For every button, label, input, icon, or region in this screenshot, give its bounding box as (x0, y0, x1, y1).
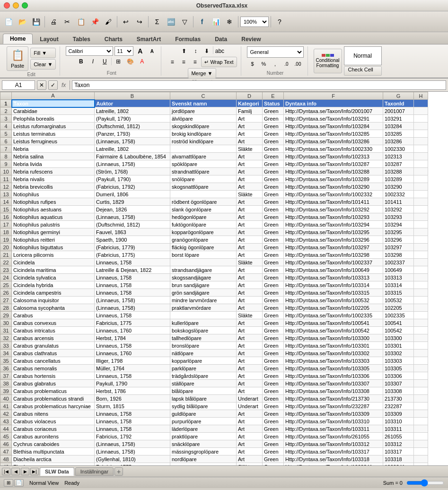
cell-a6[interactable]: Leistus ferrugineus (12, 138, 95, 145)
cell-c36[interactable]: parklöpare (170, 365, 237, 372)
cell-b13[interactable]: Dumeril, 1806 (95, 191, 170, 198)
close-button[interactable] (4, 2, 10, 9)
cell-g22[interactable]: 1002337 (383, 259, 414, 266)
cell-d42[interactable]: Art (237, 410, 263, 418)
window-controls[interactable] (4, 2, 28, 9)
row-num-14[interactable]: 14 (0, 198, 12, 206)
cell-a42[interactable]: Carabus nitens (12, 410, 95, 418)
name-manager-icon[interactable]: 📊 (209, 15, 222, 28)
cell-c37[interactable]: trädgårdslöpare (170, 372, 237, 380)
cell-d17[interactable]: Art (237, 221, 263, 228)
cell-e15[interactable]: Green (263, 206, 284, 213)
cell-h13[interactable] (414, 191, 428, 198)
cell-f16[interactable]: Http://Dyntaxa.se/Taxon/Info/103293 (284, 213, 383, 221)
row-num-44[interactable]: 44 (0, 425, 12, 433)
cell-e4[interactable]: Green (263, 122, 284, 130)
cell-a34[interactable]: Carabus clathratus (12, 350, 95, 357)
row-num-17[interactable]: 17 (0, 221, 12, 228)
cell-e26[interactable]: Green (263, 289, 284, 297)
cell-a33[interactable]: Carabus granulatus (12, 342, 95, 350)
cell-e22[interactable]: Green (263, 259, 284, 266)
cell-h44[interactable] (414, 425, 428, 433)
comma-btn[interactable]: , (270, 59, 281, 69)
tab-layout[interactable]: Layout (33, 34, 65, 44)
cell-f10[interactable]: Http://Dyntaxa.se/Taxon/Info/103288 (284, 168, 383, 175)
cell-g7[interactable]: 1002330 (383, 145, 414, 153)
cell-h23[interactable] (414, 266, 428, 274)
bold-button[interactable]: B (76, 57, 86, 66)
cell-g25[interactable]: 103314 (383, 281, 414, 289)
filter-icon[interactable]: ▽ (178, 15, 191, 28)
increase-font-btn[interactable]: A (135, 46, 145, 56)
cell-a12[interactable]: Nebria brevicollis (12, 183, 95, 191)
cell-c9[interactable]: spöklöpare (170, 160, 237, 168)
cell-c15[interactable]: slank ögonlöpare (170, 206, 237, 213)
decrease-font-btn[interactable]: A (147, 46, 157, 56)
cell-e44[interactable]: Green (263, 425, 284, 433)
cell-d13[interactable]: Släkte (237, 191, 263, 198)
cell-b33[interactable]: Linnaeus, 1758 (95, 342, 170, 350)
cell-b9[interactable]: (Linnaeus, 1758) (95, 160, 170, 168)
cell-d8[interactable]: Art (237, 153, 263, 160)
cell-f15[interactable]: Http://Dyntaxa.se/Taxon/Info/103292 (284, 206, 383, 213)
row-num-47[interactable]: 47 (0, 448, 12, 455)
cell-b5[interactable]: (Panzer, 1793) (95, 130, 170, 138)
cell-h2[interactable] (414, 107, 428, 115)
cell-a29[interactable]: Carabus (12, 312, 95, 319)
cell-c25[interactable]: brun sandjägare (170, 281, 237, 289)
row-num-48[interactable]: 48 (0, 455, 12, 463)
cell-c30[interactable]: kullerlöpare (170, 319, 237, 327)
cell-a37[interactable]: Carabus hortensis (12, 372, 95, 380)
cell-d32[interactable]: Art (237, 334, 263, 342)
cell-h27[interactable] (414, 297, 428, 304)
cell-f12[interactable]: Http://Dyntaxa.se/Taxon/Info/103290 (284, 183, 383, 191)
cell-f6[interactable]: Http://Dyntaxa.se/Taxon/Info/103286 (284, 138, 383, 145)
cell-reference-input[interactable] (2, 80, 35, 90)
cell-a23[interactable]: Cicindela maritima (12, 266, 95, 274)
row-num-35[interactable]: 35 (0, 357, 12, 365)
normal-view-btn[interactable]: ⊞ (4, 479, 13, 487)
cell-c39[interactable]: blålöpare (170, 387, 237, 395)
cell-b28[interactable]: (Linnaeus, 1758) (95, 304, 170, 312)
cell-a35[interactable]: Carabus cancellatus (12, 357, 95, 365)
cell-c48[interactable]: nordlöpare (170, 455, 237, 463)
cell-g24[interactable]: 103313 (383, 274, 414, 281)
cell-e7[interactable]: Green (263, 145, 284, 153)
freeze-icon[interactable]: ❄ (223, 15, 236, 28)
cell-c46[interactable]: snäcklöpare (170, 440, 237, 448)
col-header-c[interactable]: C (170, 92, 237, 100)
cell-g40[interactable]: 213730 (383, 395, 414, 402)
cell-d5[interactable]: Art (237, 130, 263, 138)
cell-e16[interactable]: Green (263, 213, 284, 221)
cell-c5[interactable]: brokig kindlöpare (170, 130, 237, 138)
row-num-21[interactable]: 21 (0, 251, 12, 259)
tab-charts[interactable]: Charts (97, 34, 130, 44)
cell-f35[interactable]: Http://Dyntaxa.se/Taxon/Info/103303 (284, 357, 383, 365)
row-num-31[interactable]: 31 (0, 327, 12, 334)
cell-b21[interactable]: (Fabricius, 1775) (95, 251, 170, 259)
cell-a15[interactable]: Notiophilus aestuans (12, 206, 95, 213)
cell-d26[interactable]: Art (237, 289, 263, 297)
cell-c6[interactable]: roströd kindlöpare (170, 138, 237, 145)
cell-d35[interactable]: Art (237, 357, 263, 365)
row-num-24[interactable]: 24 (0, 274, 12, 281)
zoom-select[interactable]: 100% (240, 17, 269, 27)
function-icon[interactable]: f (195, 15, 209, 28)
cell-e35[interactable]: Green (263, 357, 284, 365)
sheet-tab-add[interactable]: + (114, 467, 123, 476)
cell-h31[interactable] (414, 327, 428, 334)
cell-e17[interactable]: Green (263, 221, 284, 228)
cell-c1[interactable]: Svenskt namn (170, 100, 237, 107)
cell-c23[interactable]: strandsandjägare (170, 266, 237, 274)
cell-c8[interactable]: alvarnattlöpare (170, 153, 237, 160)
cell-g8[interactable]: 102313 (383, 153, 414, 160)
sheet-nav-prev[interactable]: ◀ (11, 468, 20, 475)
cell-g11[interactable]: 103289 (383, 175, 414, 183)
cell-h32[interactable] (414, 334, 428, 342)
row-num-45[interactable]: 45 (0, 433, 12, 440)
cell-g4[interactable]: 103284 (383, 122, 414, 130)
row-num-36[interactable]: 36 (0, 365, 12, 372)
cell-d41[interactable]: Underart (237, 402, 263, 410)
cell-h25[interactable] (414, 281, 428, 289)
cell-g46[interactable]: 103312 (383, 440, 414, 448)
